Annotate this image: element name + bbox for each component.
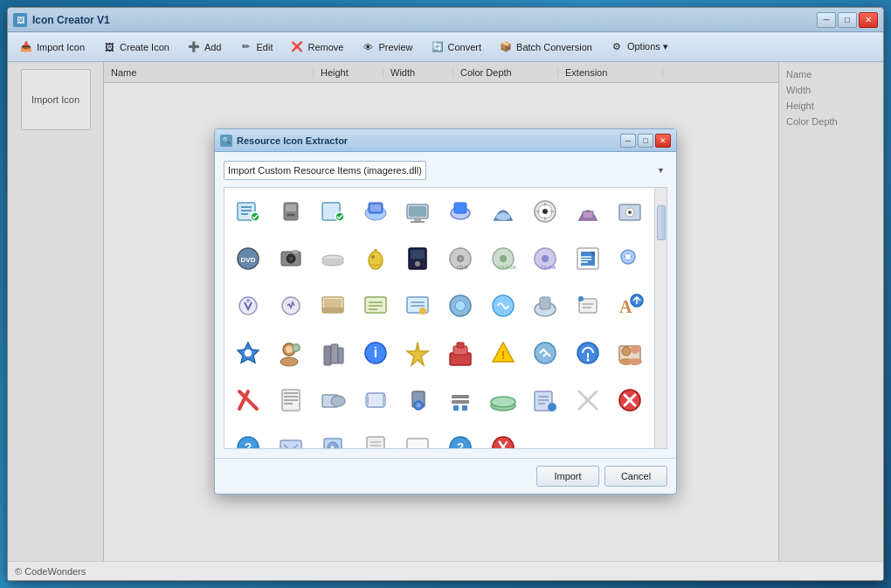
list-item[interactable] bbox=[525, 286, 565, 326]
svg-rect-115 bbox=[452, 400, 469, 404]
list-item[interactable] bbox=[313, 333, 353, 373]
list-item[interactable] bbox=[568, 333, 608, 373]
svg-rect-6 bbox=[286, 204, 296, 211]
list-item[interactable] bbox=[313, 191, 353, 232]
svg-rect-114 bbox=[452, 395, 469, 398]
list-item[interactable] bbox=[568, 239, 608, 279]
add-icon: ➕ bbox=[187, 40, 201, 54]
resource-dropdown[interactable]: Import Custom Resource Items (imageres.d… bbox=[224, 161, 426, 180]
status-bar: © CodeWonders bbox=[8, 561, 883, 580]
list-item[interactable] bbox=[313, 427, 353, 448]
list-item[interactable] bbox=[356, 239, 396, 279]
scrollbar-thumb[interactable] bbox=[657, 205, 666, 240]
list-item[interactable] bbox=[356, 191, 396, 232]
list-item[interactable] bbox=[483, 380, 523, 420]
list-item[interactable] bbox=[271, 380, 311, 420]
remove-button[interactable]: ❌ Remove bbox=[282, 36, 351, 59]
list-item[interactable] bbox=[397, 191, 438, 232]
list-item[interactable] bbox=[271, 286, 311, 326]
list-item[interactable] bbox=[228, 380, 268, 420]
svg-rect-20 bbox=[454, 203, 466, 213]
edit-button[interactable]: ✏ Edit bbox=[231, 36, 280, 59]
list-item[interactable] bbox=[397, 427, 438, 448]
batch-conversion-button[interactable]: 📦 Batch Conversion bbox=[491, 36, 600, 59]
list-item[interactable] bbox=[568, 380, 608, 420]
svg-point-8 bbox=[289, 214, 292, 217]
list-item[interactable]: ! bbox=[483, 333, 523, 373]
list-item[interactable] bbox=[313, 286, 353, 326]
import-icon-button[interactable]: 📥 Import Icon bbox=[11, 36, 93, 59]
list-item[interactable] bbox=[440, 380, 480, 420]
icon-grid-container: DVD CD-R CD-ROM CD-RW bbox=[224, 187, 667, 449]
svg-point-38 bbox=[371, 255, 375, 259]
list-item[interactable] bbox=[313, 380, 353, 420]
import-button[interactable]: Import bbox=[536, 466, 599, 487]
list-item[interactable] bbox=[228, 286, 268, 326]
list-item[interactable] bbox=[271, 333, 311, 373]
list-item[interactable]: A bbox=[610, 286, 650, 326]
list-item[interactable] bbox=[271, 191, 311, 232]
list-item[interactable] bbox=[397, 286, 438, 326]
close-button[interactable]: ✕ bbox=[859, 12, 878, 28]
svg-text:i: i bbox=[374, 345, 377, 360]
list-item[interactable] bbox=[397, 333, 438, 373]
svg-rect-25 bbox=[583, 211, 593, 218]
svg-point-78 bbox=[280, 357, 298, 366]
svg-point-97 bbox=[631, 345, 639, 354]
list-item[interactable] bbox=[483, 191, 523, 232]
list-item[interactable] bbox=[440, 286, 480, 326]
list-item[interactable]: ? bbox=[228, 427, 268, 448]
list-item[interactable] bbox=[356, 286, 396, 326]
list-item[interactable] bbox=[483, 286, 523, 326]
list-item[interactable] bbox=[525, 333, 565, 373]
preview-button[interactable]: 👁 Preview bbox=[353, 36, 420, 59]
batch-conversion-label: Batch Conversion bbox=[516, 42, 592, 52]
convert-button[interactable]: 🔄 Convert bbox=[423, 36, 490, 59]
list-item[interactable] bbox=[271, 239, 311, 279]
svg-rect-1 bbox=[241, 206, 252, 208]
svg-point-65 bbox=[419, 308, 426, 315]
list-item[interactable] bbox=[356, 427, 396, 448]
list-item[interactable]: i bbox=[356, 333, 396, 373]
list-item[interactable] bbox=[568, 286, 608, 326]
svg-point-80 bbox=[294, 345, 299, 350]
list-item[interactable] bbox=[397, 380, 438, 420]
list-item[interactable]: DVD bbox=[228, 239, 268, 279]
maximize-button[interactable]: □ bbox=[838, 12, 857, 28]
add-button[interactable]: ➕ Add bbox=[179, 36, 230, 59]
svg-rect-110 bbox=[383, 395, 386, 405]
dialog-title-bar: 🔍 Resource Icon Extractor ─ □ ✕ bbox=[215, 129, 676, 152]
minimize-button[interactable]: ─ bbox=[817, 12, 836, 28]
list-item[interactable] bbox=[610, 380, 650, 420]
list-item[interactable]: ? bbox=[440, 427, 480, 448]
list-item[interactable] bbox=[440, 191, 480, 232]
list-item[interactable] bbox=[313, 239, 353, 279]
list-item[interactable]: CD-ROM bbox=[483, 239, 523, 279]
svg-text:?: ? bbox=[245, 440, 252, 448]
dialog-minimize-button[interactable]: ─ bbox=[620, 134, 636, 148]
list-item[interactable] bbox=[610, 333, 650, 373]
list-item[interactable] bbox=[525, 191, 565, 232]
dialog-maximize-button[interactable]: □ bbox=[638, 134, 653, 148]
scrollbar[interactable] bbox=[654, 188, 667, 448]
list-item[interactable] bbox=[483, 427, 523, 448]
svg-rect-62 bbox=[322, 308, 343, 313]
list-item[interactable] bbox=[525, 380, 565, 420]
list-item[interactable] bbox=[610, 191, 650, 232]
dialog-close-button[interactable]: ✕ bbox=[655, 134, 671, 148]
list-item[interactable] bbox=[228, 333, 268, 373]
list-item[interactable] bbox=[440, 333, 480, 373]
list-item[interactable] bbox=[271, 427, 311, 448]
list-item[interactable] bbox=[568, 191, 608, 232]
cancel-button[interactable]: Cancel bbox=[604, 466, 667, 487]
list-item[interactable]: CD-R bbox=[440, 239, 480, 279]
list-item[interactable] bbox=[610, 239, 650, 279]
list-item[interactable]: CD-RW bbox=[525, 239, 565, 279]
svg-rect-81 bbox=[324, 346, 331, 365]
svg-rect-82 bbox=[331, 344, 338, 363]
options-button[interactable]: ⚙ Options ▾ bbox=[602, 36, 676, 59]
list-item[interactable] bbox=[356, 380, 396, 420]
list-item[interactable] bbox=[397, 239, 438, 279]
list-item[interactable] bbox=[228, 191, 268, 232]
create-icon-button[interactable]: 🖼 Create Icon bbox=[94, 36, 177, 59]
